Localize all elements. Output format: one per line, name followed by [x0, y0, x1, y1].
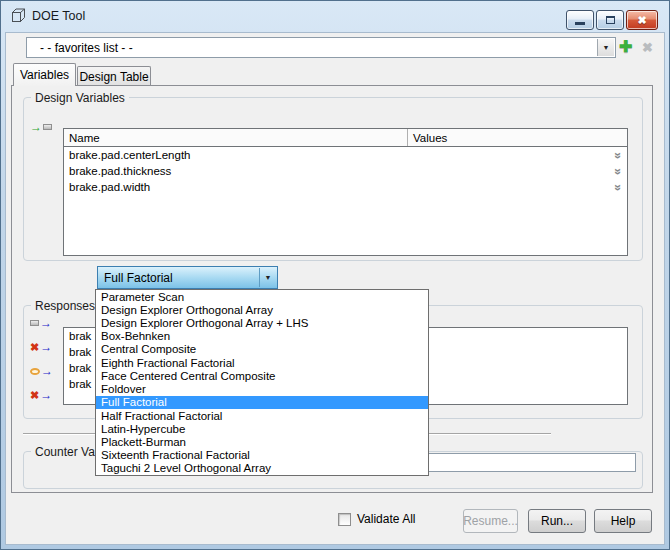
dropdown-option[interactable]: Design Explorer Orthogonal Array + LHS — [96, 316, 428, 329]
design-selected-value: Full Factorial — [98, 271, 173, 285]
dropdown-option[interactable]: Parameter Scan — [96, 290, 428, 303]
response-name: brak — [69, 378, 91, 390]
help-button[interactable]: Help — [594, 509, 652, 533]
dropdown-option[interactable]: Design Explorer Orthogonal Array — [96, 303, 428, 316]
restore-icon — [606, 16, 615, 24]
dropdown-option[interactable]: Half Fractional Factorial — [96, 409, 428, 422]
variable-name: brake.pad.thickness — [69, 165, 171, 177]
minimize-icon — [575, 22, 585, 25]
add-variable-button[interactable]: → — [30, 121, 52, 133]
design-dropdown-list: Parameter Scan Design Explorer Orthogona… — [95, 289, 429, 476]
add-favorite-button[interactable]: ✚ — [619, 37, 632, 57]
validate-all-label: Validate All — [357, 512, 415, 526]
oval-icon — [30, 368, 40, 375]
blue-arrow-icon: → — [40, 390, 52, 400]
variable-name: brake.pad.centerLength — [69, 149, 190, 161]
favorites-value: - - favorites list - - — [27, 41, 133, 55]
column-header-name[interactable]: Name — [64, 129, 408, 146]
remove-response-button[interactable]: ✖→ — [30, 341, 52, 353]
response-name: brak — [69, 346, 91, 358]
maximize-button[interactable] — [596, 10, 624, 30]
response-name: brak — [69, 330, 91, 342]
close-button[interactable]: ✖ — [626, 10, 658, 30]
validate-all-checkbox[interactable]: Validate All — [338, 512, 415, 526]
column-header-values[interactable]: Values — [408, 129, 627, 146]
dropdown-option[interactable]: Foldover — [96, 383, 428, 396]
expand-values-icon[interactable]: » — [611, 184, 624, 189]
app-cube-icon — [11, 8, 26, 26]
blue-arrow-icon: → — [40, 318, 52, 328]
responses-group-label: Responses — [31, 299, 99, 313]
box-icon — [43, 124, 52, 130]
blue-arrow-icon: → — [41, 366, 53, 376]
tab-label: Variables — [20, 68, 69, 82]
design-dropdown-button[interactable]: ▼ — [259, 268, 276, 287]
red-x-icon: ✖ — [30, 342, 39, 352]
dropdown-option[interactable]: Sixteenth Fractional Factorial — [96, 449, 428, 462]
plus-icon: ✚ — [619, 38, 632, 55]
table-row[interactable]: brake.pad.centerLength» — [64, 147, 627, 163]
table-row[interactable]: brake.pad.thickness» — [64, 163, 627, 179]
window-title: DOE Tool — [32, 9, 85, 23]
green-arrow-icon: → — [30, 122, 42, 132]
favorites-combobox[interactable]: - - favorites list - - ▼ — [26, 37, 616, 58]
dropdown-option[interactable]: Box-Behnken — [96, 330, 428, 343]
dropdown-option[interactable]: Eighth Fractional Factorial — [96, 356, 428, 369]
dropdown-option[interactable]: Latin-Hypercube — [96, 422, 428, 435]
chevron-down-icon: ▼ — [603, 44, 610, 51]
expand-values-icon[interactable]: » — [611, 152, 624, 157]
doe-tool-window: DOE Tool ✖ - - favorites list - - ▼ ✚ ✖ … — [0, 0, 670, 550]
run-button[interactable]: Run... — [528, 509, 586, 533]
tab-label: Design Table — [79, 70, 148, 84]
tab-variables[interactable]: Variables — [13, 63, 76, 86]
design-variables-group-label: Design Variables — [31, 91, 129, 105]
table-row[interactable]: brake.pad.width» — [64, 179, 627, 195]
checkbox-icon[interactable] — [338, 513, 351, 526]
chevron-down-icon: ▼ — [265, 274, 272, 281]
design-combobox[interactable]: Full Factorial ▼ — [97, 266, 278, 289]
response-name: brak — [69, 362, 91, 374]
resume-button[interactable]: Resume... — [463, 509, 518, 533]
design-variables-table: Name Values brake.pad.centerLength» brak… — [63, 128, 628, 256]
counter-variables-group-label: Counter Va — [31, 445, 99, 459]
dropdown-option-selected[interactable]: Full Factorial — [96, 396, 428, 409]
favorites-dropdown-button[interactable]: ▼ — [597, 39, 614, 56]
delete-favorite-button[interactable]: ✖ — [642, 39, 653, 57]
minimize-button[interactable] — [566, 10, 594, 30]
dropdown-option[interactable]: Plackett-Burman — [96, 435, 428, 448]
remove-all-responses-button[interactable]: ✖→ — [30, 389, 52, 401]
map-response-button[interactable]: → — [30, 317, 52, 329]
help-button-label: Help — [611, 514, 636, 528]
blue-arrow-icon: → — [40, 342, 52, 352]
dropdown-option[interactable]: Face Centered Central Composite — [96, 369, 428, 382]
titlebar: DOE Tool ✖ — [1, 1, 669, 32]
tab-design-table[interactable]: Design Table — [77, 66, 151, 86]
map-ellipse-button[interactable]: → — [30, 365, 53, 377]
variable-name: brake.pad.width — [69, 181, 150, 193]
run-button-label: Run... — [541, 514, 573, 528]
close-icon: ✖ — [637, 14, 646, 27]
resume-button-label: Resume... — [463, 514, 518, 528]
dropdown-option[interactable]: Taguchi 2 Level Orthogonal Array — [96, 462, 428, 475]
box-icon — [30, 320, 39, 326]
dropdown-option[interactable]: Central Composite — [96, 343, 428, 356]
x-icon: ✖ — [642, 40, 653, 55]
red-x-icon: ✖ — [30, 390, 39, 400]
table-header: Name Values — [64, 129, 627, 147]
expand-values-icon[interactable]: » — [611, 168, 624, 173]
